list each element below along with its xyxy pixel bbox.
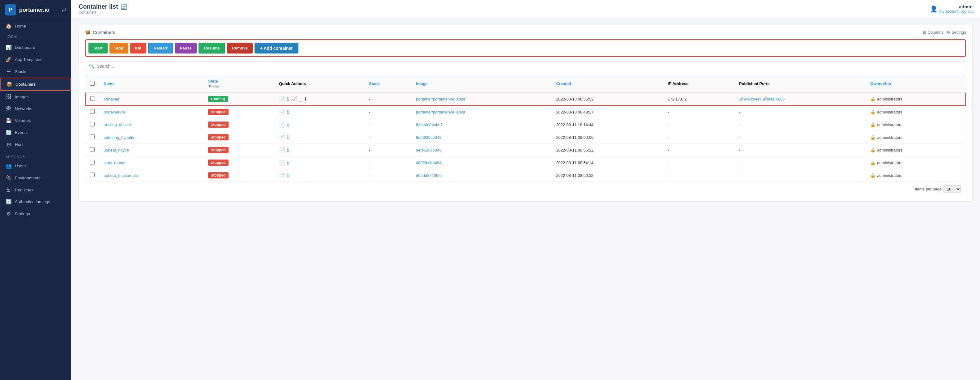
sidebar-item-settings[interactable]: ⚙ Settings: [0, 208, 71, 220]
my-account-link[interactable]: my account: [940, 9, 958, 14]
state-col-header[interactable]: State ⯆ Filter: [204, 75, 275, 92]
sidebar-item-registries[interactable]: 🗄 Registries: [0, 184, 71, 196]
sidebar-item-auth-logs[interactable]: 🔄 Authentication logs: [0, 196, 71, 208]
qa-attach-icon[interactable]: ⬇: [303, 96, 307, 102]
qa-logs-icon[interactable]: 📄: [279, 135, 285, 140]
settings-button[interactable]: ⚙ Settings: [947, 30, 966, 35]
image-col-header[interactable]: Image: [412, 75, 552, 92]
row-checkbox-2[interactable]: [90, 122, 95, 126]
state-badge: stopped: [208, 134, 229, 140]
resume-button[interactable]: Resume: [199, 43, 226, 54]
qa-logs-icon[interactable]: 📄: [279, 147, 285, 153]
sidebar-item-events[interactable]: 🔄 Events: [0, 126, 71, 138]
select-all-checkbox[interactable]: [90, 81, 95, 86]
image-link[interactable]: 409f9bcbd494: [416, 161, 441, 165]
qa-inspect-icon[interactable]: ℹ: [287, 160, 289, 166]
row-checkbox-4[interactable]: [90, 147, 95, 152]
qa-stats-icon[interactable]: 📈: [291, 96, 297, 102]
ports-col-header: Published Ports: [735, 75, 866, 92]
logo-area: P portainer.io ⇄: [0, 0, 71, 20]
row-checkbox-5[interactable]: [90, 160, 95, 164]
qa-logs-icon[interactable]: 📄: [279, 122, 285, 128]
pause-button[interactable]: Pause: [175, 43, 197, 54]
ip-col-header: IP Address: [663, 75, 735, 92]
created-col-header[interactable]: Created: [552, 75, 663, 92]
image-link[interactable]: d9bdd87759fe: [416, 173, 442, 178]
row-checkbox-6[interactable]: [90, 173, 95, 177]
sidebar-item-users[interactable]: 👥 Users: [0, 160, 71, 172]
port-link[interactable]: 🔗9443:9443: [739, 97, 761, 102]
quick-actions: 📄 ℹ: [279, 160, 360, 166]
restart-button[interactable]: Restart: [148, 43, 173, 54]
log-out-link[interactable]: log out: [961, 9, 972, 14]
sidebar-item-app-templates[interactable]: 🚀 App Templates: [0, 54, 71, 65]
row-checkbox-0[interactable]: [90, 96, 95, 101]
name-col-header[interactable]: Name: [99, 75, 204, 92]
breadcrumb: Containers: [78, 10, 127, 14]
row-checkbox-3[interactable]: [90, 135, 95, 139]
qa-inspect-icon[interactable]: ℹ: [287, 122, 289, 128]
qa-logs-icon[interactable]: 📄: [279, 96, 285, 102]
sidebar-item-dashboard[interactable]: 📊 Dashboard: [0, 41, 71, 54]
start-button[interactable]: Start: [88, 43, 108, 54]
stack-cell: -: [364, 105, 412, 118]
sidebar-item-volumes[interactable]: 💾 Volumes: [0, 114, 71, 126]
container-name-link[interactable]: upbeat_noyce: [103, 148, 129, 153]
sidebar-item-host[interactable]: ⊞ Host: [0, 138, 71, 151]
sidebar-item-environments-label: Environments: [15, 176, 40, 180]
image-link[interactable]: 9efb620cb343: [416, 135, 441, 140]
table-row: portainer-cestopped 📄 ℹ -portainer/porta…: [86, 105, 966, 118]
container-name-link[interactable]: admiring_hypatia: [103, 135, 134, 140]
port-link[interactable]: 🔗8000:8000: [762, 97, 784, 102]
qa-logs-icon[interactable]: 📄: [279, 109, 285, 115]
container-name-link[interactable]: upbeat_matsumoto: [103, 173, 138, 178]
stack-col-header[interactable]: Stack: [364, 75, 412, 92]
container-name-link[interactable]: portainer-ce: [103, 110, 125, 114]
sidebar-item-app-templates-label: App Templates: [15, 57, 42, 62]
quick-actions: 📄 ℹ: [279, 173, 360, 178]
sidebar-item-stacks[interactable]: ☰ Stacks: [0, 65, 71, 78]
image-link[interactable]: portainer/portainer-ce:latest: [416, 97, 465, 102]
refresh-icon[interactable]: 🔄: [121, 3, 127, 10]
title-area: Container list 🔄 Containers: [78, 3, 127, 14]
qa-logs-icon[interactable]: 📄: [279, 173, 285, 178]
sidebar-item-networks[interactable]: 🕸 Networks: [0, 103, 71, 114]
qa-inspect-icon[interactable]: ℹ: [287, 173, 289, 178]
ownership-col-header[interactable]: Ownership: [866, 75, 966, 92]
container-table: Name State ⯆ Filter: [85, 75, 966, 196]
container-name-link[interactable]: stoic_raman: [103, 161, 126, 165]
sidebar-item-containers[interactable]: 📦 Containers: [0, 78, 71, 91]
items-per-page-select[interactable]: 10 25 50 100: [943, 185, 961, 193]
container-name-link[interactable]: portainer: [103, 97, 119, 102]
page-title-text: Container list: [78, 3, 118, 10]
table-footer: Items per page 10 25 50 100: [85, 182, 966, 196]
container-name-link[interactable]: trusting_driscoll: [103, 122, 131, 127]
sidebar-item-registries-label: Registries: [15, 188, 33, 192]
image-link[interactable]: 84de0d0bebb7: [416, 122, 443, 127]
qa-inspect-icon[interactable]: ℹ: [287, 135, 289, 140]
remove-button[interactable]: Remove: [227, 43, 253, 54]
row-checkbox-1[interactable]: [90, 109, 95, 114]
stop-button[interactable]: Stop: [110, 43, 128, 54]
transfer-icon[interactable]: ⇄: [62, 6, 66, 13]
kill-button[interactable]: Kill: [130, 43, 146, 54]
search-input[interactable]: [97, 64, 962, 68]
columns-button[interactable]: ⊞ Columns: [923, 30, 943, 35]
items-per-page: Items per page 10 25 50 100: [915, 185, 961, 193]
qa-inspect-icon[interactable]: ℹ: [287, 147, 289, 153]
qa-logs-icon[interactable]: 📄: [279, 160, 285, 166]
name-col-label: Name: [103, 81, 115, 86]
qa-inspect-icon[interactable]: ℹ: [287, 109, 289, 115]
sidebar-item-environments[interactable]: 🔌 Environments: [0, 172, 71, 184]
sidebar-item-images[interactable]: 🖼 Images: [0, 91, 71, 103]
image-link[interactable]: 9efb620cb343: [416, 148, 441, 153]
environment-label: LOCAL: [0, 32, 71, 41]
sidebar-item-home[interactable]: 🏠 Home: [0, 20, 71, 32]
qa-inspect-icon[interactable]: ℹ: [287, 96, 289, 102]
content-area: 📦 Containers ⊞ Columns ⚙ Settings Start: [71, 18, 980, 380]
qa-console-icon[interactable]: _: [299, 96, 302, 102]
add-container-button[interactable]: + Add container: [255, 43, 298, 54]
image-link[interactable]: portainer/portainer-ce:latest: [416, 110, 465, 114]
table-row: upbeat_matsumotostopped 📄 ℹ -d9bdd87759f…: [86, 169, 966, 182]
settings-gear-icon: ⚙: [947, 30, 950, 35]
